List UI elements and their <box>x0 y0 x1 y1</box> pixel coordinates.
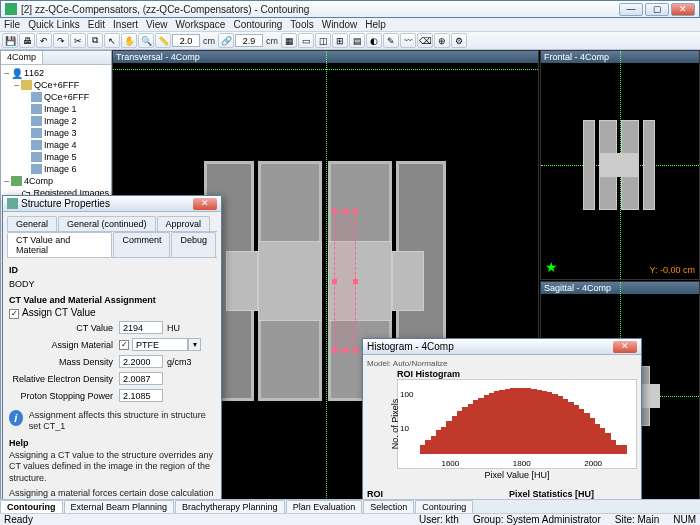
status-group: Group: System Administrator <box>473 514 601 525</box>
tree-plan[interactable]: 4Comp <box>24 176 53 186</box>
ytick-100: 100 <box>400 390 413 399</box>
tool-unit2: cm <box>264 36 280 46</box>
xtick: 1800 <box>513 459 531 468</box>
psp-label: Proton Stopping Power <box>9 391 119 401</box>
tool-save-icon[interactable]: 💾 <box>2 33 18 48</box>
tree-img2[interactable]: Image 2 <box>44 116 77 126</box>
workspace-tabs: Contouring External Beam Planning Brachy… <box>0 499 700 513</box>
menu-insert[interactable]: Insert <box>113 19 138 30</box>
minimize-button[interactable]: — <box>619 3 643 16</box>
tree-img1[interactable]: Image 1 <box>44 104 77 114</box>
tool-eyedrop-icon[interactable]: ✎ <box>383 33 399 48</box>
tab-general[interactable]: General <box>7 216 57 231</box>
tool-pan-icon[interactable]: ✋ <box>121 33 137 48</box>
close-button[interactable]: ✕ <box>671 3 695 16</box>
plan-icon <box>11 176 22 186</box>
window-titlebar: [2] zz-QCe-Compensators, (zz-QCe-Compens… <box>0 0 700 18</box>
tool-grid-icon[interactable]: ▦ <box>281 33 297 48</box>
tool-layout2-icon[interactable]: ◫ <box>315 33 331 48</box>
tool-pointer-icon[interactable]: ↖ <box>104 33 120 48</box>
tool-contrast-icon[interactable]: ◐ <box>366 33 382 48</box>
material-checkbox[interactable] <box>119 340 129 350</box>
menu-workspace[interactable]: Workspace <box>176 19 226 30</box>
tool-print-icon[interactable]: 🖶 <box>19 33 35 48</box>
status-site: Site: Main <box>615 514 659 525</box>
tree-img3[interactable]: Image 3 <box>44 128 77 138</box>
tool-erase-icon[interactable]: ⌫ <box>417 33 433 48</box>
help-header: Help <box>9 438 215 448</box>
menu-quicklinks[interactable]: Quick Links <box>28 19 80 30</box>
tool-target-icon[interactable]: ⊕ <box>434 33 450 48</box>
material-select[interactable]: PTFE <box>132 338 188 351</box>
tool-layout4-icon[interactable]: ▤ <box>349 33 365 48</box>
dropdown-icon[interactable]: ▾ <box>188 338 201 351</box>
help-text1: Assigning a CT value to the structure ov… <box>9 450 215 484</box>
btab-brachy[interactable]: Brachytherapy Planning <box>175 500 285 513</box>
tree-img4[interactable]: Image 4 <box>44 140 77 150</box>
section-header: CT Value and Material Assignment <box>9 295 215 305</box>
tool-ruler-icon[interactable]: 📏 <box>155 33 171 48</box>
tree-tab-plan[interactable]: 4Comp <box>1 51 43 64</box>
tab-ctvalue[interactable]: CT Value and Material <box>7 232 112 257</box>
tool-layout1-icon[interactable]: ▭ <box>298 33 314 48</box>
tool-layout3-icon[interactable]: ⊞ <box>332 33 348 48</box>
tree-img5[interactable]: Image 5 <box>44 152 77 162</box>
assign-ct-checkbox[interactable] <box>9 309 19 319</box>
image-icon <box>31 104 42 114</box>
tab-general2[interactable]: General (continued) <box>58 216 156 231</box>
histo-subtitle: Model: Auto/Normalize <box>367 359 637 368</box>
roi-header: ROI <box>367 489 497 499</box>
tool-redo-icon[interactable]: ↷ <box>53 33 69 48</box>
tree-patient[interactable]: 1162 <box>24 68 44 78</box>
tab-approval[interactable]: Approval <box>157 216 211 231</box>
density-value: 2.2000 <box>119 355 163 368</box>
tree-img6[interactable]: Image 6 <box>44 164 77 174</box>
tree-course[interactable]: QCe+6FFF <box>34 80 79 90</box>
red-label: Relative Electron Density <box>9 374 119 384</box>
tool-settings-icon[interactable]: ⚙ <box>451 33 467 48</box>
ctvalue-input[interactable]: 2194 <box>119 321 163 334</box>
tool-draw-icon[interactable]: 〰 <box>400 33 416 48</box>
structure-properties-dialog: Structure Properties ✕ General General (… <box>2 195 222 525</box>
menu-file[interactable]: File <box>4 19 20 30</box>
tab-comment[interactable]: Comment <box>113 232 170 257</box>
tool-undo-icon[interactable]: ↶ <box>36 33 52 48</box>
btab-eval[interactable]: Plan Evaluation <box>286 500 363 513</box>
tab-debug[interactable]: Debug <box>171 232 216 257</box>
tool-dim1-input[interactable] <box>172 34 200 47</box>
tool-zoom-icon[interactable]: 🔍 <box>138 33 154 48</box>
histo-title: Histogram - 4Comp <box>367 341 613 352</box>
btab-contouring2[interactable]: Contouring <box>415 500 473 513</box>
red-value: 2.0087 <box>119 372 163 385</box>
roi-selection[interactable] <box>334 211 356 351</box>
tree-img0[interactable]: QCe+6FFF <box>44 92 89 102</box>
density-unit: g/cm3 <box>163 357 192 367</box>
statusbar: Ready User: kth Group: System Administra… <box>0 513 700 525</box>
status-user: User: kth <box>419 514 459 525</box>
orientation-figure-icon: ★ <box>545 259 558 275</box>
view-frontal[interactable]: Frontal - 4Comp ★ Y: -0.00 cm <box>540 50 700 280</box>
menu-window[interactable]: Window <box>322 19 358 30</box>
histo-xlabel: Pixel Value [HU] <box>398 470 636 480</box>
tool-cut-icon[interactable]: ✂ <box>70 33 86 48</box>
histo-close-button[interactable]: ✕ <box>613 341 637 353</box>
assign-ct-label: Assign CT Value <box>22 307 96 318</box>
tool-dim2-input[interactable] <box>235 34 263 47</box>
btab-contouring[interactable]: Contouring <box>0 500 63 513</box>
tool-link-icon[interactable]: 🔗 <box>218 33 234 48</box>
menu-view[interactable]: View <box>146 19 168 30</box>
menu-edit[interactable]: Edit <box>88 19 105 30</box>
xtick: 1600 <box>441 459 459 468</box>
image-icon <box>31 116 42 126</box>
histo-chart-title: ROI Histogram <box>397 369 637 379</box>
histo-ylabel: No. of Pixels <box>390 399 400 450</box>
menu-help[interactable]: Help <box>365 19 386 30</box>
tool-copy-icon[interactable]: ⧉ <box>87 33 103 48</box>
menu-tools[interactable]: Tools <box>290 19 313 30</box>
btab-ebp[interactable]: External Beam Planning <box>64 500 175 513</box>
window-title: [2] zz-QCe-Compensators, (zz-QCe-Compens… <box>21 4 619 15</box>
maximize-button[interactable]: ▢ <box>645 3 669 16</box>
dialog-close-button[interactable]: ✕ <box>193 198 217 210</box>
menu-contouring[interactable]: Contouring <box>233 19 282 30</box>
btab-selection[interactable]: Selection <box>363 500 414 513</box>
